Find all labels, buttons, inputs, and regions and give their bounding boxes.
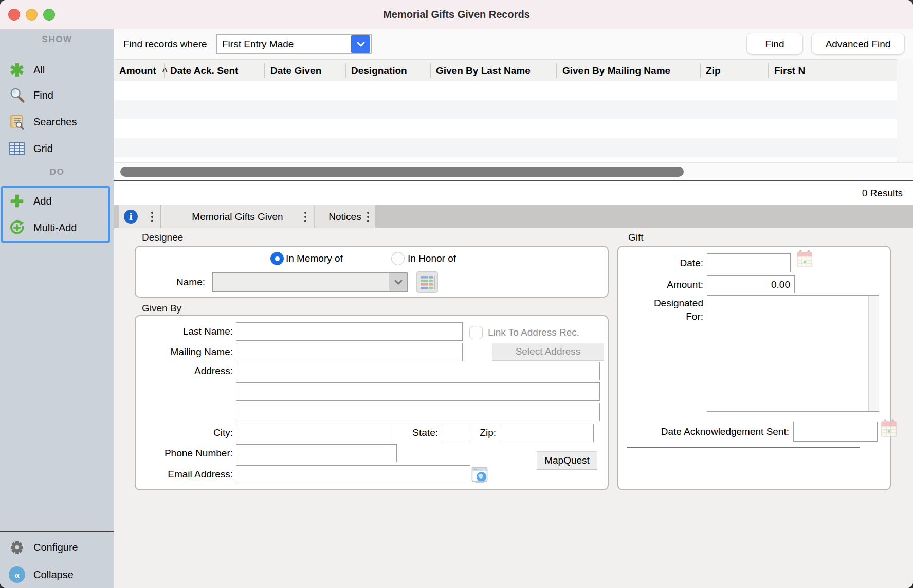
tab-menu-dots-icon[interactable] — [149, 210, 155, 224]
designated-for-label: Designated For: — [626, 297, 703, 323]
select-designee-table-button[interactable] — [416, 271, 438, 293]
gift-date-input[interactable] — [707, 253, 791, 272]
column-header-given-by-last-name[interactable]: Given By Last Name — [436, 60, 531, 82]
chevron-down-icon[interactable] — [351, 35, 370, 53]
collapse-icon: « — [8, 566, 26, 583]
designee-section-label: Designee — [142, 232, 183, 243]
tab-strip: i Memorial Gifts Given Notices — [114, 205, 913, 228]
sidebar-item-label: All — [33, 64, 45, 76]
sidebar-item-all[interactable]: All — [0, 57, 114, 83]
find-toolbar: Find records where First Entry Made Find… — [114, 29, 913, 59]
app-window: Memorial Gifts Given Records SHOW All Fi… — [0, 0, 913, 588]
tab-notices[interactable]: Notices — [314, 205, 375, 228]
sidebar-item-label: Configure — [33, 542, 78, 554]
date-acknowledgement-sent-input[interactable] — [793, 422, 878, 442]
last-name-label: Last Name: — [114, 322, 233, 341]
record-form: Designee In Memory of In Honor of Name: — [114, 228, 913, 588]
gift-date-label: Date: — [626, 253, 703, 272]
tab-memorial-gifts-given[interactable]: Memorial Gifts Given — [161, 205, 314, 228]
chevron-down-icon[interactable] — [389, 273, 407, 291]
mapquest-button[interactable]: MapQuest — [537, 451, 597, 470]
table-list-icon — [419, 274, 435, 290]
designee-name-dropdown[interactable] — [212, 272, 408, 292]
sidebar-item-collapse[interactable]: « Collapse — [0, 561, 114, 588]
calendar-icon[interactable] — [880, 419, 898, 441]
column-header-zip[interactable]: Zip — [706, 60, 721, 82]
grid-icon — [8, 140, 26, 157]
records-table-header: Amount^ Date Ack. Sent Date Given Design… — [114, 59, 913, 81]
sidebar-item-label: Find — [33, 89, 53, 101]
sidebar-item-add[interactable]: Add — [0, 188, 114, 214]
sidebar-item-label: Add — [33, 195, 52, 207]
window-title: Memorial Gifts Given Records — [0, 0, 913, 29]
sidebar-item-find[interactable]: Find — [0, 82, 114, 108]
results-bar: 0 Results — [114, 181, 913, 205]
magnifier-icon — [8, 86, 26, 104]
sidebar-item-label: Collapse — [33, 569, 74, 581]
address-label: Address: — [114, 362, 233, 380]
phone-number-input[interactable] — [236, 444, 397, 462]
address-line1-input[interactable] — [236, 362, 600, 380]
column-header-date-given[interactable]: Date Given — [270, 60, 321, 82]
city-input[interactable] — [236, 424, 391, 442]
zip-input[interactable] — [500, 424, 594, 442]
sidebar-item-searches[interactable]: Searches — [0, 108, 114, 135]
state-label: State: — [392, 424, 438, 442]
sidebar: SHOW All Find Searches Grid DO — [0, 29, 114, 588]
sidebar-item-grid[interactable]: Grid — [0, 135, 114, 162]
column-header-date-ack-sent[interactable]: Date Ack. Sent — [170, 60, 238, 82]
mailing-name-label: Mailing Name: — [114, 343, 233, 361]
column-divider — [164, 63, 165, 78]
web-browser-icon[interactable] — [471, 466, 488, 486]
sidebar-show-header: SHOW — [0, 34, 114, 45]
last-name-input[interactable] — [236, 322, 463, 341]
column-header-first-name[interactable]: First N — [774, 60, 805, 82]
email-address-label: Email Address: — [114, 465, 233, 483]
table-row — [114, 138, 913, 157]
column-divider — [430, 63, 431, 78]
titlebar: Memorial Gifts Given Records — [0, 0, 913, 29]
sidebar-item-label: Multi-Add — [33, 222, 77, 234]
horizontal-scrollbar-thumb[interactable] — [120, 167, 684, 177]
info-icon[interactable]: i — [124, 210, 138, 224]
in-honor-radio[interactable] — [391, 252, 405, 265]
city-label: City: — [114, 424, 233, 442]
column-header-designation[interactable]: Designation — [351, 60, 407, 82]
designee-name-label: Name: — [128, 272, 205, 292]
vertical-scrollbar-track[interactable] — [897, 59, 913, 180]
address-line2-input[interactable] — [236, 382, 600, 401]
sidebar-divider — [0, 531, 114, 532]
records-table-body — [114, 81, 913, 162]
gift-section-label: Gift — [628, 232, 644, 243]
tab-menu-dots-icon[interactable] — [365, 210, 371, 224]
in-honor-label: In Honor of — [408, 252, 456, 265]
table-row — [114, 100, 913, 119]
find-records-where-label: Find records where — [123, 29, 207, 59]
tab-label: Memorial Gifts Given — [192, 211, 283, 223]
column-divider — [556, 63, 557, 78]
column-header-amount[interactable]: Amount^ — [119, 60, 168, 82]
sidebar-item-configure[interactable]: Configure — [0, 534, 114, 561]
designated-for-textarea[interactable] — [707, 296, 868, 411]
horizontal-scrollbar-track[interactable] — [114, 162, 913, 180]
gift-amount-input[interactable] — [707, 275, 795, 293]
tab-menu-dots-icon[interactable] — [302, 210, 308, 224]
email-address-input[interactable] — [236, 465, 470, 483]
sidebar-do-header: DO — [0, 167, 114, 177]
textarea-scrollbar-track[interactable] — [868, 296, 879, 411]
info-tab-block[interactable]: i — [119, 205, 161, 228]
column-header-given-by-mailing-name[interactable]: Given By Mailing Name — [562, 60, 670, 82]
calendar-icon[interactable] — [796, 250, 813, 271]
multi-add-icon — [8, 219, 26, 236]
in-memory-radio[interactable] — [270, 252, 284, 265]
select-address-button[interactable]: Select Address — [492, 343, 604, 361]
sidebar-item-multi-add[interactable]: Multi-Add — [0, 214, 114, 241]
mailing-name-input[interactable] — [236, 343, 463, 361]
find-field-dropdown[interactable]: First Entry Made — [216, 34, 372, 54]
address-line3-input[interactable] — [236, 403, 600, 421]
given-by-section-label: Given By — [142, 303, 181, 314]
designated-for-field — [707, 295, 879, 412]
advanced-find-button[interactable]: Advanced Find — [811, 33, 905, 54]
link-to-address-checkbox[interactable] — [469, 326, 483, 339]
find-button[interactable]: Find — [746, 33, 803, 54]
